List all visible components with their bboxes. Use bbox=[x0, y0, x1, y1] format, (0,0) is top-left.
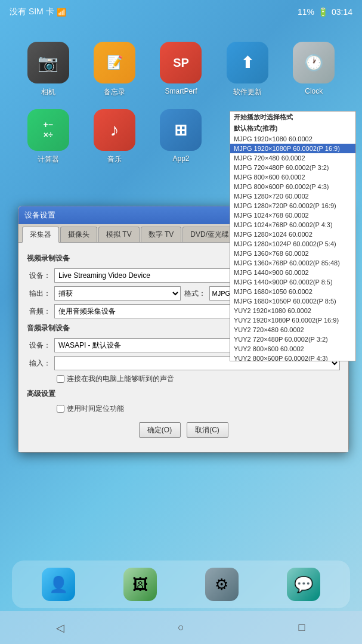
gallery-icon: 🖼 bbox=[132, 575, 148, 594]
output-select[interactable]: 捕获 bbox=[55, 287, 180, 300]
dropdown-item[interactable]: MJPG 1024×768P 60.0002(P 4:3) bbox=[230, 220, 355, 230]
app-notes[interactable]: 📝 备忘录 bbox=[84, 42, 144, 97]
dialog-buttons: 确定(O) 取消(C) bbox=[27, 416, 340, 445]
output-select-wrap: 捕获 bbox=[54, 286, 181, 301]
dropdown-item[interactable]: MJPG 1920×1080P 60.0002(P 16:9) bbox=[230, 144, 355, 153]
update-icon: ⬆ bbox=[227, 42, 268, 83]
app-clock[interactable]: 🕐 Clock bbox=[284, 42, 344, 97]
dropdown-item[interactable]: MJPG 1680×1050P 60.0002(P 8:5) bbox=[230, 296, 355, 306]
calc-icon: +−×÷ bbox=[27, 109, 69, 151]
advanced-checkbox-label: 使用时间定位功能 bbox=[67, 404, 124, 414]
dock-settings[interactable]: ⚙ bbox=[205, 568, 239, 601]
format-label: 格式： bbox=[184, 289, 206, 299]
ok-button[interactable]: 确定(O) bbox=[139, 422, 181, 438]
dropdown-item[interactable]: MJPG 1360×768 60.0002 bbox=[230, 249, 355, 258]
notes-icon: 📝 bbox=[94, 42, 135, 83]
dialog-title: 设备设置 bbox=[24, 210, 55, 221]
dropdown-item[interactable]: MJPG 720×480 60.0002 bbox=[230, 153, 355, 163]
music-icon: ♪ bbox=[94, 109, 135, 151]
contacts-icon: 👤 bbox=[49, 575, 68, 594]
dropdown-item[interactable]: YUY2 800×600P 60.0002(P 4:3) bbox=[230, 354, 355, 361]
tab-analog-tv[interactable]: 模拟 TV bbox=[98, 227, 140, 242]
dropdown-item[interactable]: MJPG 1280×1024 60.0002 bbox=[230, 230, 355, 239]
battery-icon: 🔋 bbox=[318, 7, 328, 17]
dropdown-item[interactable]: MJPG 1280×1024P 60.0002(P 5:4) bbox=[230, 239, 355, 249]
dropdown-item[interactable]: YUY2 1920×1080 60.0002 bbox=[230, 306, 355, 315]
dropdown-item[interactable]: MJPG 1680×1050 60.0002 bbox=[230, 287, 355, 296]
audio-checkbox[interactable] bbox=[57, 375, 64, 383]
calc-label: 计算器 bbox=[38, 154, 59, 165]
carrier-label: 没有 SIM 卡 bbox=[10, 7, 54, 17]
update-label: 软件更新 bbox=[233, 87, 262, 97]
messages-icon: 💬 bbox=[294, 575, 313, 594]
dropdown-item[interactable]: MJPG 1024×768 60.0002 bbox=[230, 210, 355, 220]
nav-bar: ◁ ○ □ bbox=[0, 611, 362, 644]
dropdown-item[interactable]: MJPG 1920×1080 60.0002 bbox=[230, 134, 355, 144]
back-button[interactable]: ◁ bbox=[48, 616, 72, 640]
recent-button[interactable]: □ bbox=[290, 616, 314, 640]
dropdown-item[interactable]: YUY2 720×480 60.0002 bbox=[230, 325, 355, 335]
status-left: 没有 SIM 卡 📶 bbox=[10, 7, 66, 17]
format-dropdown-list[interactable]: 开始播放时选择格式默认格式(推荐)MJPG 1920×1080 60.0002M… bbox=[230, 111, 356, 361]
clock-label: Clock bbox=[305, 87, 323, 95]
sp-label: SmartPerf bbox=[165, 87, 197, 95]
app-update[interactable]: ⬆ 软件更新 bbox=[217, 42, 277, 97]
tab-dvd[interactable]: DVD/蓝光碟 bbox=[182, 227, 237, 242]
tab-collector[interactable]: 采集器 bbox=[22, 227, 59, 243]
tab-camera[interactable]: 摄像头 bbox=[60, 227, 97, 242]
audio-device-label: 设备： bbox=[27, 340, 51, 351]
dropdown-item[interactable]: MJPG 1280×720 60.0002 bbox=[230, 191, 355, 201]
dropdown-item[interactable]: MJPG 1360×768P 60.0002(P 85:48) bbox=[230, 258, 355, 268]
dropdown-item[interactable]: YUY2 800×600 60.0002 bbox=[230, 344, 355, 354]
advanced-section-label: 高级设置 bbox=[27, 389, 340, 399]
dropdown-item[interactable]: YUY2 720×480P 60.0002(P 3:2) bbox=[230, 335, 355, 344]
audio-input2-label: 输入： bbox=[27, 358, 51, 369]
advanced-checkbox[interactable] bbox=[57, 405, 64, 413]
audio-checkbox-label: 连接在我的电脑上能够听到的声音 bbox=[67, 374, 174, 384]
notes-label: 备忘录 bbox=[104, 87, 125, 97]
status-bar: 没有 SIM 卡 📶 11% 🔋 03:14 bbox=[0, 0, 362, 24]
dock-messages[interactable]: 💬 bbox=[287, 568, 320, 601]
sp-icon: SP bbox=[160, 42, 202, 83]
signal-icon: 📶 bbox=[57, 8, 66, 17]
app-music[interactable]: ♪ 音乐 bbox=[84, 109, 144, 165]
clock-icon: 🕐 bbox=[293, 42, 335, 83]
cancel-button[interactable]: 取消(C) bbox=[187, 422, 228, 438]
dropdown-item[interactable]: MJPG 1440×900P 60.0002(P 8:5) bbox=[230, 277, 355, 287]
status-right: 11% 🔋 03:14 bbox=[298, 7, 352, 17]
dropdown-item[interactable]: MJPG 1280×720P 60.0002(P 16:9) bbox=[230, 201, 355, 210]
app-calc[interactable]: +−×÷ 计算器 bbox=[18, 109, 78, 165]
dropdown-item[interactable]: MJPG 800×600P 60.0002(P 4:3) bbox=[230, 182, 355, 191]
dropdown-item[interactable]: 开始播放时选择格式 bbox=[230, 112, 355, 123]
camera-icon: 📷 bbox=[27, 42, 69, 83]
time-label: 03:14 bbox=[332, 7, 352, 17]
home-button[interactable]: ○ bbox=[169, 616, 193, 640]
music-label: 音乐 bbox=[107, 154, 122, 165]
audio-input-label: 音频： bbox=[27, 306, 51, 317]
advanced-checkbox-row: 使用时间定位功能 bbox=[57, 404, 340, 414]
dropdown-item[interactable]: MJPG 720×480P 60.0002(P 3:2) bbox=[230, 163, 355, 172]
dropdown-item[interactable]: MJPG 800×600 60.0002 bbox=[230, 172, 355, 182]
app-camera[interactable]: 📷 相机 bbox=[18, 42, 78, 97]
dropdown-item[interactable]: 默认格式(推荐) bbox=[230, 123, 355, 134]
dropdown-item[interactable]: YUY2 1920×1080P 60.0002(P 16:9) bbox=[230, 315, 355, 325]
app-smartperf[interactable]: SP SmartPerf bbox=[151, 42, 211, 97]
app-app2[interactable]: ⊞ App2 bbox=[151, 109, 211, 165]
settings-icon: ⚙ bbox=[215, 575, 228, 594]
app2-label: App2 bbox=[172, 154, 189, 163]
audio-checkbox-row: 连接在我的电脑上能够听到的声音 bbox=[57, 374, 340, 384]
tab-digital-tv[interactable]: 数字 TV bbox=[141, 227, 182, 242]
dock-gallery[interactable]: 🖼 bbox=[123, 568, 157, 601]
bottom-dock: 👤 🖼 ⚙ 💬 bbox=[12, 561, 350, 608]
device-label: 设备： bbox=[27, 271, 51, 281]
camera-label: 相机 bbox=[41, 87, 55, 97]
app2-icon: ⊞ bbox=[160, 109, 202, 151]
dock-contacts[interactable]: 👤 bbox=[42, 568, 75, 601]
battery-label: 11% bbox=[298, 7, 314, 17]
output-label: 输出： bbox=[27, 289, 51, 299]
dropdown-item[interactable]: MJPG 1440×900 60.0002 bbox=[230, 268, 355, 277]
